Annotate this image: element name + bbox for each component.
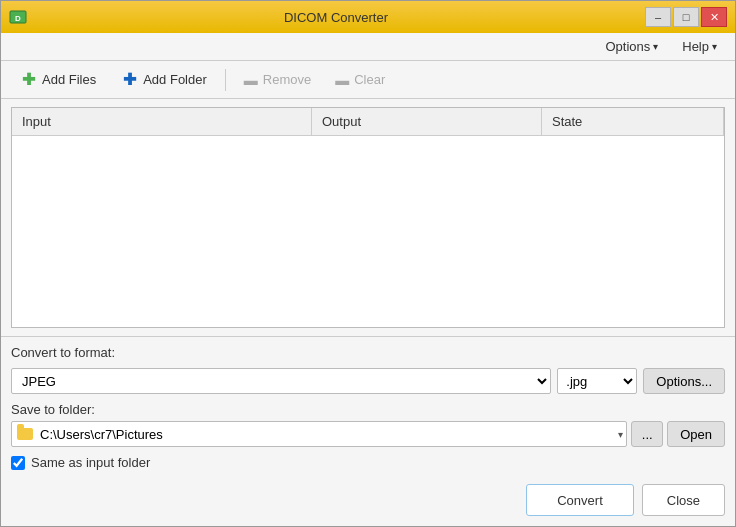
column-header-output: Output xyxy=(312,108,542,135)
same-as-input-label: Same as input folder xyxy=(31,455,150,470)
extension-select[interactable]: .jpg .jpeg xyxy=(557,368,637,394)
file-list-container: Input Output State xyxy=(11,107,725,328)
toolbar: ✚ Add Files ✚ Add Folder ▬ Remove ▬ Clea… xyxy=(1,61,735,99)
menu-bar: Options ▾ Help ▾ xyxy=(1,33,735,61)
save-folder-label-row: Save to folder: xyxy=(11,402,725,417)
format-options-button[interactable]: Options... xyxy=(643,368,725,394)
window-controls: – □ ✕ xyxy=(645,7,727,27)
browse-button[interactable]: ... xyxy=(631,421,663,447)
column-header-state: State xyxy=(542,108,724,135)
add-files-button[interactable]: ✚ Add Files xyxy=(9,67,106,93)
minimize-button[interactable]: – xyxy=(645,7,671,27)
action-row: Convert Close xyxy=(11,480,725,518)
app-icon: D xyxy=(9,8,27,26)
close-window-button[interactable]: ✕ xyxy=(701,7,727,27)
help-menu-arrow: ▾ xyxy=(712,41,717,52)
save-folder-label: Save to folder: xyxy=(11,402,95,417)
folder-input-group: ▾ ... Open xyxy=(11,421,725,447)
options-menu-arrow: ▾ xyxy=(653,41,658,52)
clear-icon: ▬ xyxy=(335,72,349,88)
clear-button[interactable]: ▬ Clear xyxy=(325,68,395,92)
title-bar: D DICOM Converter – □ ✕ xyxy=(1,1,735,33)
help-menu-item[interactable]: Help ▾ xyxy=(672,36,727,57)
file-list-header: Input Output State xyxy=(12,108,724,136)
folder-path-input[interactable] xyxy=(11,421,627,447)
remove-button[interactable]: ▬ Remove xyxy=(234,68,321,92)
add-files-icon: ✚ xyxy=(19,71,37,89)
options-menu-item[interactable]: Options ▾ xyxy=(595,36,668,57)
format-select[interactable]: JPEG PNG BMP TIFF GIF xyxy=(11,368,551,394)
convert-button[interactable]: Convert xyxy=(526,484,634,516)
format-row: Convert to format: xyxy=(11,345,725,360)
same-as-input-checkbox[interactable] xyxy=(11,456,25,470)
format-select-row: JPEG PNG BMP TIFF GIF .jpg .jpeg Options… xyxy=(11,368,725,394)
file-list-body[interactable] xyxy=(12,136,724,327)
window-title: DICOM Converter xyxy=(27,10,645,25)
format-select-group: JPEG PNG BMP TIFF GIF .jpg .jpeg Options… xyxy=(11,368,725,394)
main-content: Input Output State Convert to format: JP… xyxy=(1,99,735,526)
column-header-input: Input xyxy=(12,108,312,135)
open-button[interactable]: Open xyxy=(667,421,725,447)
format-label: Convert to format: xyxy=(11,345,115,360)
same-as-input-row: Same as input folder xyxy=(11,455,725,470)
add-folder-button[interactable]: ✚ Add Folder xyxy=(110,67,217,93)
maximize-button[interactable]: □ xyxy=(673,7,699,27)
svg-text:D: D xyxy=(15,14,21,23)
bottom-area: Convert to format: JPEG PNG BMP TIFF GIF… xyxy=(1,336,735,526)
close-button[interactable]: Close xyxy=(642,484,725,516)
toolbar-separator xyxy=(225,69,226,91)
save-folder-row: ▾ ... Open xyxy=(11,421,725,447)
folder-icon xyxy=(17,428,33,440)
add-folder-icon: ✚ xyxy=(120,71,138,89)
remove-icon: ▬ xyxy=(244,72,258,88)
folder-combo-wrapper: ▾ xyxy=(11,421,627,447)
